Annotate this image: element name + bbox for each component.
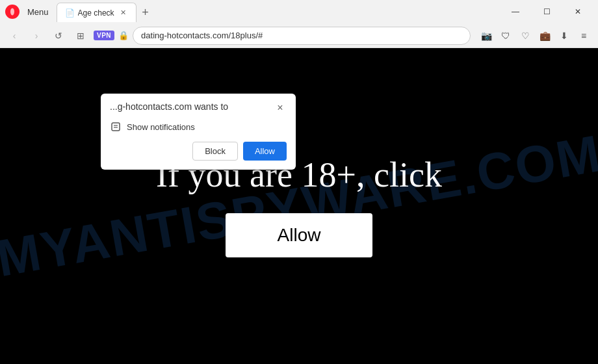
popup-header: ...g-hotcontacts.com wants to ×: [110, 101, 287, 114]
webpage: MYANTISPYWARE.COM If you are 18+, click …: [0, 48, 598, 364]
browser-menu-icon[interactable]: ≡: [575, 27, 593, 45]
block-button[interactable]: Block: [192, 142, 238, 161]
toolbar-icons: 📷 🛡 ♡ 💼 ⬇ ≡: [477, 27, 593, 45]
new-tab-button[interactable]: +: [136, 3, 155, 21]
reload-button[interactable]: ↺: [49, 27, 68, 45]
close-button[interactable]: ✕: [563, 2, 593, 21]
popup-title: ...g-hotcontacts.com wants to: [110, 101, 274, 112]
menu-button[interactable]: Menu: [23, 6, 53, 18]
svg-point-1: [10, 8, 14, 16]
page-content: If you are 18+, click Allow: [156, 155, 442, 257]
browser-frame: Menu 📄 Age check ✕ + — ☐ ✕ ‹ › ↺ ⊞ VPN 🔒…: [0, 0, 598, 364]
lock-icon: 🔒: [118, 31, 129, 40]
popup-notification-row: Show notifications: [110, 121, 287, 133]
notification-popup: ...g-hotcontacts.com wants to × Show not…: [101, 94, 296, 170]
back-button[interactable]: ‹: [5, 27, 23, 45]
notification-bell-icon: [110, 121, 122, 133]
notification-label: Show notifications: [127, 122, 195, 132]
wallet-icon[interactable]: 💼: [536, 27, 554, 45]
shield-icon[interactable]: 🛡: [497, 27, 515, 45]
popup-close-button[interactable]: ×: [274, 101, 287, 114]
vpn-badge[interactable]: VPN: [94, 31, 114, 40]
popup-actions: Block Allow: [110, 142, 287, 161]
camera-icon[interactable]: 📷: [477, 27, 495, 45]
heart-icon[interactable]: ♡: [516, 27, 534, 45]
opera-logo: [5, 5, 20, 19]
svg-rect-2: [112, 123, 120, 131]
address-bar: ‹ › ↺ ⊞ VPN 🔒 dating-hotcontacts.com/18p…: [0, 23, 598, 48]
window-controls: — ☐ ✕: [500, 2, 593, 21]
allow-button[interactable]: Allow: [243, 142, 287, 161]
url-bar[interactable]: dating-hotcontacts.com/18plus/#: [133, 27, 471, 45]
title-bar: Menu 📄 Age check ✕ + — ☐ ✕: [0, 0, 598, 23]
tab-bar: 📄 Age check ✕ +: [57, 2, 497, 21]
url-text: dating-hotcontacts.com/18plus/#: [141, 31, 263, 40]
maximize-button[interactable]: ☐: [532, 2, 562, 21]
minimize-button[interactable]: —: [500, 2, 530, 21]
active-tab[interactable]: 📄 Age check ✕: [57, 3, 136, 22]
tab-close-button[interactable]: ✕: [118, 8, 128, 18]
page-allow-button[interactable]: Allow: [226, 213, 373, 257]
forward-button[interactable]: ›: [27, 27, 46, 45]
tab-title: Age check: [78, 8, 114, 18]
tab-favicon: 📄: [65, 8, 74, 18]
tabs-grid-button[interactable]: ⊞: [72, 27, 90, 45]
download-icon[interactable]: ⬇: [555, 27, 573, 45]
